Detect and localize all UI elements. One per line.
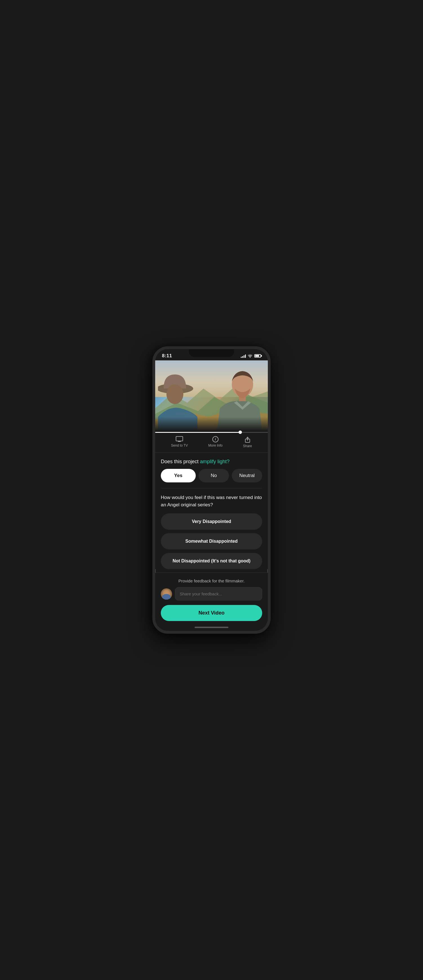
more-info-label: More Info xyxy=(208,444,223,447)
amplify-highlight: amplify light? xyxy=(200,459,229,465)
amplify-question-text: Does this project amplify light? xyxy=(161,458,262,465)
more-info-button[interactable]: i More Info xyxy=(208,436,223,448)
notch xyxy=(189,349,234,357)
feedback-label: Provide feedback for the filmmaker. xyxy=(161,579,262,583)
tv-icon xyxy=(176,436,183,442)
somewhat-disappointed-button[interactable]: Somewhat Disappointed xyxy=(161,533,262,549)
status-icons xyxy=(241,354,261,358)
battery-fill xyxy=(255,355,259,357)
progress-bar-container[interactable] xyxy=(155,431,268,433)
status-time: 8:11 xyxy=(162,353,172,359)
battery-icon xyxy=(254,354,261,358)
next-video-button[interactable]: Next Video xyxy=(161,605,262,621)
amplify-question-section: Does this project amplify light? Yes No … xyxy=(161,458,262,482)
hero-image xyxy=(155,360,268,431)
user-avatar xyxy=(161,588,172,600)
info-icon: i xyxy=(212,436,219,442)
not-disappointed-button[interactable]: Not Disappointed (It's not that good) xyxy=(161,553,262,569)
content-area: Does this project amplify light? Yes No … xyxy=(155,453,268,569)
divider-1 xyxy=(161,488,262,488)
share-icon xyxy=(245,436,251,443)
feedback-input[interactable] xyxy=(175,587,262,600)
share-label: Share xyxy=(243,444,252,448)
no-button[interactable]: No xyxy=(199,469,229,482)
svg-rect-4 xyxy=(176,436,183,441)
feedback-section: Provide feedback for the filmmaker. Next… xyxy=(155,573,268,631)
progress-dot xyxy=(239,431,242,434)
progress-fill xyxy=(155,432,240,433)
amplify-buttons: Yes No Neutral xyxy=(161,469,262,482)
svg-point-1 xyxy=(167,384,183,404)
share-button[interactable]: Share xyxy=(243,436,252,448)
home-indicator xyxy=(161,627,262,631)
phone-frame: 8:11 xyxy=(153,346,270,634)
yes-button[interactable]: Yes xyxy=(161,469,196,482)
signal-icon xyxy=(241,354,246,358)
feeling-question-text: How would you feel if this was never tur… xyxy=(161,494,262,508)
home-bar xyxy=(195,627,228,628)
neutral-button[interactable]: Neutral xyxy=(232,469,262,482)
wifi-icon xyxy=(248,354,253,358)
send-to-tv-label: Send to TV xyxy=(171,444,188,447)
send-to-tv-button[interactable]: Send to TV xyxy=(171,436,188,448)
amplify-prefix: Does this project xyxy=(161,459,200,465)
very-disappointed-button[interactable]: Very Disappointed xyxy=(161,513,262,530)
action-bar: Send to TV i More Info Share xyxy=(155,433,268,453)
feedback-input-row xyxy=(161,587,262,600)
progress-track[interactable] xyxy=(155,432,268,433)
